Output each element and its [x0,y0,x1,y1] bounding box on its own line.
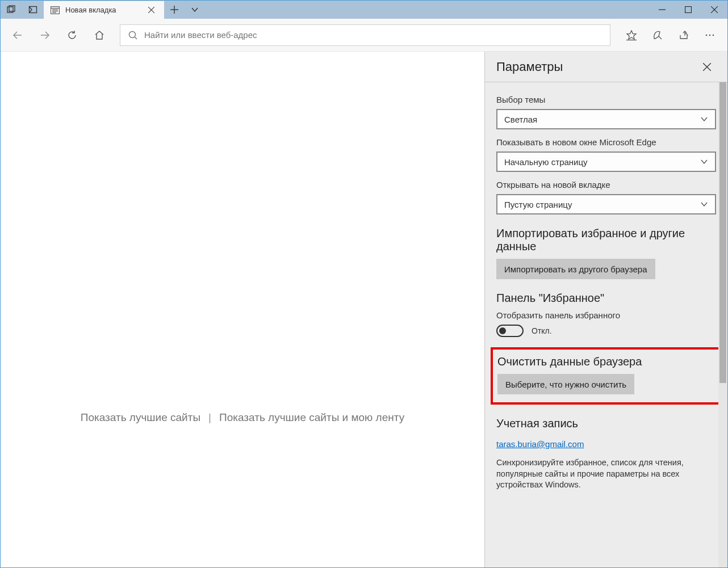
titlebar: Новая вкладка [1,1,727,19]
favbar-label: Отобразить панель избранного [496,310,716,320]
titlebar-left: Новая вкладка [1,1,205,19]
import-heading: Импортировать избранное и другие данные [496,227,716,253]
panel-body: Выбор темы Светлая Показывать в новом ок… [485,82,727,567]
theme-value: Светлая [504,115,537,124]
panel-scrollbar[interactable] [718,82,727,567]
chevron-down-icon [700,158,708,166]
favbar-toggle-row: Откл. [496,325,716,337]
toggle-knob [499,327,506,334]
import-button[interactable]: Импортировать из другого браузера [496,259,655,279]
page-icon [51,6,60,15]
svg-point-18 [129,31,136,37]
window-controls [649,1,727,19]
favorites-button[interactable] [618,23,645,48]
newtab-label: Открывать на новой вкладке [496,180,716,190]
home-button[interactable] [87,23,112,48]
scrollbar-thumb[interactable] [719,82,726,383]
page-main: Показать лучшие сайты | Показать лучшие … [1,52,484,567]
back-button[interactable] [5,23,30,48]
account-description: Синхронизируйте избранное, список для чт… [496,457,716,491]
maximize-button[interactable] [675,1,701,19]
newtab-value: Пустую страницу [504,200,572,209]
start-page-links: Показать лучшие сайты | Показать лучшие … [81,411,404,424]
svg-point-25 [713,34,714,36]
newwindow-select[interactable]: Начальную страницу [496,152,716,172]
divider: | [208,411,211,424]
search-icon [128,31,137,40]
favbar-heading: Панель "Избранное" [496,292,716,305]
toolbar [1,19,727,52]
toolbar-right [618,23,723,48]
svg-marker-20 [627,31,636,39]
more-button[interactable] [697,23,723,48]
account-email-link[interactable]: taras.buria@gmail.com [496,439,584,449]
chevron-down-icon [700,200,708,208]
address-input[interactable] [144,30,602,40]
svg-point-24 [709,34,711,36]
show-tabs-icon[interactable] [22,1,44,19]
clear-button[interactable]: Выберите, что нужно очистить [497,374,634,394]
close-tab-button[interactable] [145,3,158,17]
set-aside-tabs-icon[interactable] [1,1,22,19]
addressbar[interactable] [120,24,610,46]
settings-panel: Параметры Выбор темы Светлая Показывать … [484,52,727,567]
forward-button[interactable] [32,23,57,48]
tab-chevron-icon[interactable] [185,1,205,19]
notes-button[interactable] [645,23,671,48]
svg-line-19 [135,37,137,39]
favbar-state: Откл. [532,326,552,335]
share-button[interactable] [671,23,697,48]
newwindow-value: Начальную страницу [504,157,588,167]
show-topsites-link[interactable]: Показать лучшие сайты [81,411,200,424]
account-heading: Учетная запись [496,417,716,430]
new-tab-button[interactable] [164,1,185,19]
panel-header: Параметры [485,52,727,82]
content: Показать лучшие сайты | Показать лучшие … [1,52,727,567]
panel-title: Параметры [496,60,563,74]
tab-actions [164,1,205,19]
svg-rect-13 [685,7,692,13]
browser-tab[interactable]: Новая вкладка [44,1,164,19]
clear-data-highlight: Очистить данные браузера Выберите, что н… [491,347,722,405]
theme-label: Выбор темы [496,95,716,104]
chevron-down-icon [700,115,708,123]
minimize-button[interactable] [649,1,675,19]
clear-heading: Очистить данные браузера [497,355,715,368]
theme-select[interactable]: Светлая [496,109,716,129]
newtab-select[interactable]: Пустую страницу [496,194,716,214]
close-window-button[interactable] [701,1,727,19]
newwindow-label: Показывать в новом окне Microsoft Edge [496,137,716,147]
favbar-toggle[interactable] [496,325,524,337]
panel-close-button[interactable] [698,58,716,76]
refresh-button[interactable] [60,23,85,48]
tab-title: Новая вкладка [65,6,116,14]
show-topsites-feed-link[interactable]: Показать лучшие сайты и мою ленту [219,411,404,424]
svg-point-23 [706,34,708,36]
